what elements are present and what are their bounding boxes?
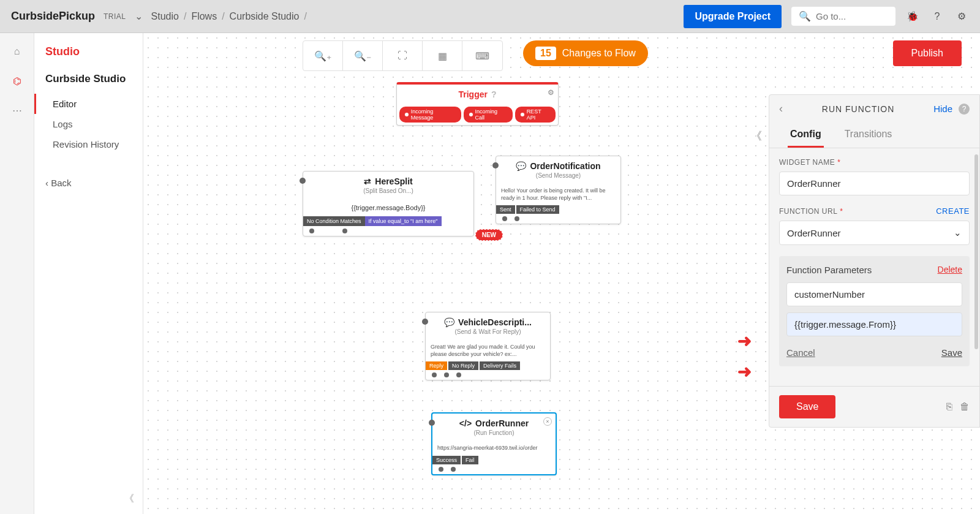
sidebar-title: Studio xyxy=(34,45,143,58)
crumb-studio[interactable]: Studio xyxy=(151,11,179,22)
node-heresplit[interactable]: ⇄ HereSplit (Split Based On...) {{trigge… xyxy=(303,171,474,236)
settings-gear-icon[interactable]: ⚙ xyxy=(954,9,969,24)
node-trigger[interactable]: ⚙ Trigger ? Incoming Message Incoming Ca… xyxy=(396,82,559,126)
annotation-arrow-icon: ➜ xyxy=(737,361,752,382)
tab-transitions[interactable]: Transitions xyxy=(842,123,895,148)
crumb-curbside[interactable]: Curbside Studio xyxy=(230,11,300,22)
function-url-select[interactable]: OrderRunner ⌄ xyxy=(779,221,970,245)
top-bar: CurbsidePickup TRIAL ⌄ Studio/ Flows/ Cu… xyxy=(0,0,980,33)
project-chevron-icon[interactable]: ⌄ xyxy=(135,10,143,22)
port-incoming-message[interactable]: Incoming Message xyxy=(399,107,461,123)
delete-link[interactable]: Delete xyxy=(938,265,962,275)
panel-title: RUN FUNCTION xyxy=(789,104,927,114)
fit-screen-icon[interactable]: ⛶ xyxy=(383,41,423,70)
function-parameters-box: Function Parameters Delete Cancel Save xyxy=(779,256,970,366)
debug-icon[interactable]: 🐞 xyxy=(905,9,920,24)
tab-config[interactable]: Config xyxy=(788,123,824,148)
param-key-input[interactable] xyxy=(786,282,962,306)
tag-no-reply[interactable]: No Reply xyxy=(448,361,478,370)
zoom-out-icon[interactable]: 🔍₋ xyxy=(343,41,383,70)
cancel-link[interactable]: Cancel xyxy=(786,347,815,358)
node-vehicledescription[interactable]: 💬 VehicleDescripti... (Send & Wait For R… xyxy=(425,312,551,380)
nav-rail: ⌂ ⌬ ⋯ xyxy=(0,33,34,514)
sidebar: Studio Curbside Studio Editor Logs Revis… xyxy=(34,33,143,514)
save-link[interactable]: Save xyxy=(941,347,962,358)
collapse-sidebar-icon[interactable]: 《 xyxy=(124,493,134,505)
tag-sent[interactable]: Sent xyxy=(496,205,515,214)
params-title: Function Parameters xyxy=(786,265,872,275)
panel-back-icon[interactable]: ‹ xyxy=(779,102,783,115)
changes-count: 15 xyxy=(535,47,556,60)
new-pill[interactable]: NEW xyxy=(475,229,503,241)
changes-pill[interactable]: 15 Changes to Flow xyxy=(523,40,648,66)
project-name: CurbsidePickup xyxy=(11,10,95,23)
save-button[interactable]: Save xyxy=(779,395,835,418)
annotation-arrow-icon: ➜ xyxy=(737,331,752,351)
home-icon[interactable]: ⌂ xyxy=(10,44,24,59)
panel-help-icon[interactable]: ? xyxy=(959,104,970,115)
tag-reply[interactable]: Reply xyxy=(426,361,447,370)
trial-badge: TRIAL xyxy=(104,12,126,21)
chevron-down-icon: ⌄ xyxy=(954,227,962,238)
config-panel: 《 ‹ RUN FUNCTION Hide ? Config Transitio… xyxy=(769,94,980,428)
back-link[interactable]: ‹ Back xyxy=(34,173,143,193)
search-icon: 🔍 xyxy=(799,10,811,22)
zoom-in-icon[interactable]: 🔍₊ xyxy=(303,41,343,70)
studio-icon[interactable]: ⌬ xyxy=(10,74,24,88)
port-incoming-call[interactable]: Incoming Call xyxy=(464,107,513,123)
node-ordernotification[interactable]: 💬 OrderNotification (Send Message) Hello… xyxy=(496,156,621,224)
crumb-flows[interactable]: Flows xyxy=(191,11,217,22)
scrollbar[interactable] xyxy=(974,154,978,349)
port-rest-api[interactable]: REST API xyxy=(515,107,556,123)
breadcrumb: Studio/ Flows/ Curbside Studio/ xyxy=(151,11,307,22)
changes-label: Changes to Flow xyxy=(562,48,636,59)
keyboard-icon[interactable]: ⌨ xyxy=(462,41,502,70)
hide-link[interactable]: Hide xyxy=(933,104,952,114)
tag-no-condition[interactable]: No Condition Matches xyxy=(303,216,365,226)
calendar-icon[interactable]: ▦ xyxy=(423,41,462,70)
canvas[interactable]: 🔍₊ 🔍₋ ⛶ ▦ ⌨ 15 Changes to Flow Publish xyxy=(143,33,980,514)
tag-success[interactable]: Success xyxy=(432,456,461,464)
search-input[interactable] xyxy=(816,11,888,21)
create-link[interactable]: CREATE xyxy=(936,206,970,216)
collapse-panel-icon[interactable]: 《 xyxy=(751,129,762,143)
param-value-input[interactable] xyxy=(786,312,962,336)
sidebar-item-editor[interactable]: Editor xyxy=(34,94,143,114)
publish-button[interactable]: Publish xyxy=(893,40,962,66)
help-icon[interactable]: ? xyxy=(930,9,944,24)
sidebar-item-logs[interactable]: Logs xyxy=(34,114,143,134)
tag-fail[interactable]: Fail xyxy=(462,456,478,464)
more-icon[interactable]: ⋯ xyxy=(10,103,24,118)
canvas-toolbar: 🔍₊ 🔍₋ ⛶ ▦ ⌨ xyxy=(303,40,503,71)
upgrade-button[interactable]: Upgrade Project xyxy=(684,5,782,28)
tag-failed[interactable]: Failed to Send xyxy=(516,205,559,214)
tag-delivery-fails[interactable]: Delivery Fails xyxy=(480,361,520,370)
gear-icon[interactable]: ⚙ xyxy=(548,88,554,97)
widget-name-input[interactable] xyxy=(779,172,970,195)
trash-icon[interactable]: 🗑 xyxy=(960,401,970,412)
duplicate-icon[interactable]: ⎘ xyxy=(946,401,952,412)
sidebar-item-revision[interactable]: Revision History xyxy=(34,134,143,154)
node-orderrunner[interactable]: × </> OrderRunner (Run Function) https:/… xyxy=(431,412,557,475)
search-box[interactable]: 🔍 xyxy=(791,7,895,26)
sidebar-subtitle: Curbside Studio xyxy=(34,73,143,85)
tag-if-value[interactable]: If value equal_to "I am here" xyxy=(365,216,442,226)
